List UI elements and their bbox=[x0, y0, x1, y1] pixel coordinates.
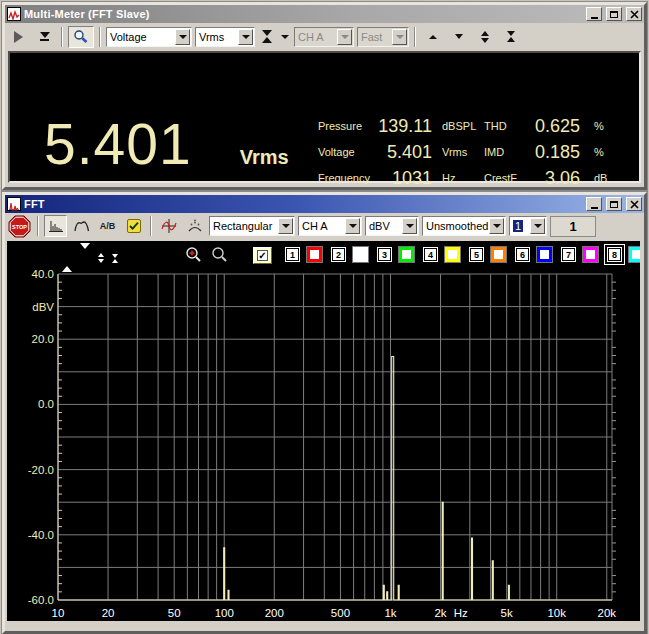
stop-icon: STOP bbox=[8, 215, 31, 238]
trace-5-select-button[interactable]: 5 bbox=[469, 247, 484, 262]
trace-8-color-swatch[interactable] bbox=[629, 247, 640, 262]
compress-range-button[interactable] bbox=[499, 26, 522, 48]
fft-overlay-select[interactable]: 1 bbox=[509, 216, 547, 236]
down-arrow-icon bbox=[80, 243, 90, 266]
zoom-in-button[interactable] bbox=[185, 246, 203, 268]
spectrum-view-button[interactable] bbox=[44, 215, 67, 237]
svg-text:-40.0: -40.0 bbox=[28, 529, 54, 541]
svg-text:-20.0: -20.0 bbox=[28, 464, 54, 476]
scale-down-button[interactable] bbox=[447, 26, 470, 48]
reading-munit: Hz bbox=[432, 172, 484, 184]
chart-scale-arrows bbox=[62, 249, 118, 267]
distortion-sine-icon bbox=[161, 218, 177, 234]
maximize-button[interactable] bbox=[606, 197, 622, 211]
settings-checklist-button[interactable] bbox=[122, 215, 145, 237]
fft-unit-select[interactable]: dBV bbox=[365, 216, 419, 236]
up-arrow-icon bbox=[429, 35, 437, 39]
minimize-button[interactable] bbox=[586, 197, 602, 211]
multimeter-titlebar[interactable]: Multi-Meter (FFT Slave) bbox=[5, 5, 644, 23]
trace-7-color-swatch[interactable] bbox=[583, 247, 598, 262]
expand-range-button[interactable] bbox=[98, 253, 104, 263]
toolbar-separator bbox=[37, 216, 39, 236]
chart-header-controls: ✓ 12345678 bbox=[7, 246, 640, 266]
fft-window-function-select[interactable]: Rectangular bbox=[209, 216, 295, 236]
reading-munit: dBSPL bbox=[432, 120, 484, 132]
toolbar-separator bbox=[414, 27, 416, 47]
peak-hold-button[interactable] bbox=[183, 215, 206, 237]
trace-4-select-button[interactable]: 4 bbox=[423, 247, 438, 262]
multimeter-window: Multi-Meter (FFT Slave) Voltage V bbox=[2, 2, 647, 190]
multimeter-app-icon bbox=[7, 7, 21, 21]
svg-text:20k: 20k bbox=[598, 607, 617, 619]
active-trace-indicator: 1 bbox=[550, 216, 596, 237]
magnify-toggle-button[interactable] bbox=[68, 26, 94, 48]
expand-range-button[interactable] bbox=[473, 26, 496, 48]
trace-1-select-button[interactable]: 1 bbox=[285, 247, 300, 262]
fft-channel-select[interactable]: CH A bbox=[298, 216, 362, 236]
close-icon bbox=[630, 200, 639, 209]
scale-up-button[interactable] bbox=[62, 249, 72, 267]
zoom-out-icon bbox=[211, 246, 229, 264]
window-title: FFT bbox=[24, 198, 582, 210]
reading-mval2: 0.185 bbox=[528, 142, 580, 163]
reading-mval: 1031 bbox=[374, 168, 432, 189]
reading-mval: 5.401 bbox=[374, 142, 432, 163]
chevron-down-icon bbox=[281, 35, 289, 39]
fft-chart-area: ✓ 12345678 40.020.00.0-20.0-40.0-60.0dBV… bbox=[7, 241, 640, 621]
svg-text:2k: 2k bbox=[434, 607, 446, 619]
meter-unit-select[interactable]: Vrms bbox=[195, 27, 255, 47]
trace-4-color-swatch[interactable] bbox=[445, 247, 460, 262]
close-icon bbox=[630, 10, 639, 19]
checklist-icon bbox=[126, 218, 142, 234]
trace-8-select-button[interactable]: 8 bbox=[607, 247, 622, 262]
trace-6-select-button[interactable]: 6 bbox=[515, 247, 530, 262]
meter-display: 5.401 Vrms Pressure139.11dBSPLTHD0.625%V… bbox=[8, 51, 641, 183]
svg-text:10k: 10k bbox=[547, 607, 566, 619]
traces-visible-checkbox[interactable]: ✓ bbox=[253, 247, 272, 264]
fft-titlebar[interactable]: FFT bbox=[5, 195, 644, 213]
maximize-button[interactable] bbox=[606, 7, 622, 21]
autorange-dropdown-button[interactable] bbox=[279, 26, 291, 48]
trace-3-color-swatch[interactable] bbox=[399, 247, 414, 262]
trace-7-select-button[interactable]: 7 bbox=[561, 247, 576, 262]
multimeter-toolbar: Voltage Vrms CH A Fast bbox=[5, 23, 644, 50]
ab-compare-button[interactable]: A/B bbox=[96, 215, 119, 237]
fft-smoothing-select[interactable]: Unsmoothed bbox=[422, 216, 506, 236]
minimize-button[interactable] bbox=[586, 7, 602, 21]
scale-down-button[interactable] bbox=[80, 249, 90, 267]
trace-2-color-swatch[interactable] bbox=[353, 247, 368, 262]
close-button[interactable] bbox=[626, 197, 642, 211]
svg-text:100: 100 bbox=[215, 607, 234, 619]
chevron-down-icon bbox=[278, 218, 293, 234]
trace-1-color-swatch[interactable] bbox=[307, 247, 322, 262]
autorange-button[interactable] bbox=[258, 26, 276, 48]
trace-2-select-button[interactable]: 2 bbox=[331, 247, 346, 262]
play-icon bbox=[14, 31, 23, 43]
checkmark-icon: ✓ bbox=[257, 250, 268, 261]
svg-text:1k: 1k bbox=[384, 607, 396, 619]
meter-channel-select: CH A bbox=[294, 27, 354, 47]
fft-spectrum-plot[interactable]: 40.020.00.0-20.0-40.0-60.0dBV10205010020… bbox=[7, 241, 640, 621]
scale-up-button[interactable] bbox=[421, 26, 444, 48]
meter-mode-select[interactable]: Voltage bbox=[106, 27, 192, 47]
curve-view-button[interactable] bbox=[70, 215, 93, 237]
reading-munit: Vrms bbox=[432, 146, 484, 158]
svg-text:Hz: Hz bbox=[454, 607, 468, 619]
dock-button[interactable] bbox=[33, 26, 56, 48]
run-button[interactable] bbox=[7, 26, 30, 48]
distortion-button[interactable] bbox=[157, 215, 180, 237]
trace-3-select-button[interactable]: 3 bbox=[377, 247, 392, 262]
reading-row: Voltage5.401VrmsIMD0.185% bbox=[308, 139, 644, 165]
trace-6-color-swatch[interactable] bbox=[537, 247, 552, 262]
close-button[interactable] bbox=[626, 7, 642, 21]
reading-mlabel2: THD bbox=[484, 120, 528, 132]
reading-mlabel: Pressure bbox=[308, 120, 374, 132]
trace-5-color-swatch[interactable] bbox=[491, 247, 506, 262]
chevron-down-icon bbox=[530, 218, 545, 234]
compress-range-button[interactable] bbox=[112, 254, 118, 263]
zoom-out-button[interactable] bbox=[211, 246, 229, 268]
compress-arrows-icon bbox=[112, 254, 118, 258]
svg-text:200: 200 bbox=[265, 607, 284, 619]
readings-panel: Pressure139.11dBSPLTHD0.625%Voltage5.401… bbox=[308, 113, 644, 191]
stop-button[interactable]: STOP bbox=[7, 215, 32, 237]
